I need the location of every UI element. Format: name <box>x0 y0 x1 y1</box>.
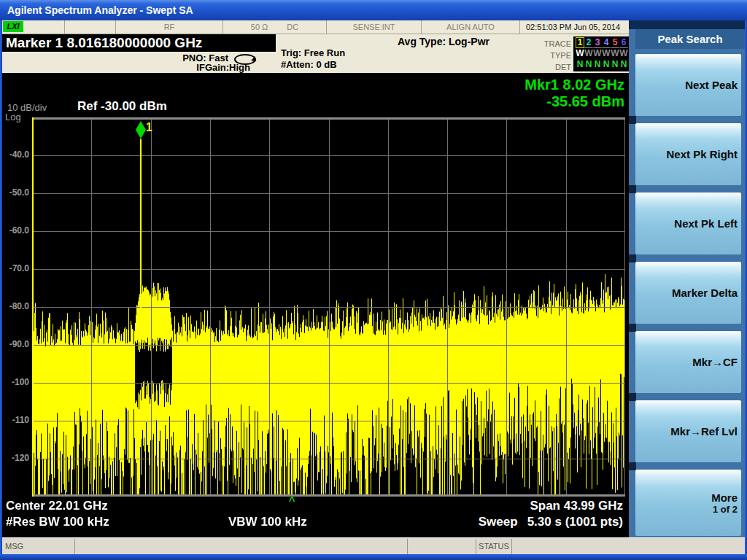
trace-detector: N <box>584 60 593 69</box>
softkey-menu-title: Peak Search <box>635 29 745 49</box>
y-axis-tick-label: -110 <box>2 415 29 425</box>
trace-type: W <box>584 49 593 58</box>
softkey-label: More <box>711 491 738 504</box>
y-axis-tick-label: -80.0 <box>2 301 29 311</box>
softkey-label: Mkr→Ref Lvl <box>670 425 738 438</box>
y-axis-tick-label: -60.0 <box>2 225 29 236</box>
avg-type: Avg Type: Log-Pwr <box>398 36 489 47</box>
status-cell-label: 50 Ω <box>251 21 268 34</box>
softkey-mkr-ref-lvl[interactable]: Mkr→Ref Lvl <box>635 400 741 462</box>
softkey-label: Next Pk Left <box>674 217 738 230</box>
marker-frequency-readout: Marker 1 8.016180000000 GHz <box>2 34 276 52</box>
window-border-bottom <box>0 554 747 560</box>
attenuation-setting: #Atten: 0 dB <box>281 59 337 70</box>
trace-detector: N <box>619 60 628 69</box>
softkey-panel: Peak Search Next PeakNext Pk RightNext P… <box>629 20 745 537</box>
span-label: Span 43.99 GHz <box>530 499 623 513</box>
analyzer-window: Agilent Spectrum Analyzer - Swept SA LXI… <box>0 0 747 560</box>
trace-detector: N <box>576 60 584 69</box>
window-title: Agilent Spectrum Analyzer - Swept SA <box>7 4 193 16</box>
trace-row-labels: TRACETYPEDET <box>513 38 571 73</box>
status-field: STATUS <box>476 539 512 554</box>
trigger-mode: Trig: Free Run <box>281 47 345 58</box>
ifgain-mode: IFGain:High <box>133 62 250 73</box>
trace-numbers-row: 123456 <box>573 37 630 48</box>
marker1-number-label: 1 <box>146 121 152 134</box>
window-border-left <box>0 20 2 554</box>
softkey-sub-label: 1 of 2 <box>713 504 738 515</box>
trace-detector: N <box>602 60 611 69</box>
softkey-next-peak[interactable]: Next Peak <box>635 54 741 116</box>
softkey-label: Marker Delta <box>672 287 738 299</box>
trace-number: 1 <box>576 37 584 48</box>
trace-detector: N <box>593 60 602 69</box>
msg-field: MSG <box>2 539 75 554</box>
y-axis-tick-label: -40.0 <box>2 149 29 160</box>
softkey-mkr-cf[interactable]: Mkr→CF <box>635 331 741 393</box>
status-cell: 02:51:03 PM Jun 05, 2014 <box>519 20 626 34</box>
message-bar: MSG STATUS <box>2 537 745 554</box>
trace-number: 3 <box>593 38 602 47</box>
status-cell: SENSE:INT <box>326 20 421 34</box>
trace-dets-row: NNNNNN <box>573 59 630 70</box>
trace-number: 6 <box>619 38 628 47</box>
y-axis-tick-label: -120 <box>2 453 29 463</box>
y-axis-tick-label: -70.0 <box>2 263 29 273</box>
trace-row-label: DET <box>513 61 571 73</box>
marker-freq-line: Mkr1 8.02 GHz <box>525 77 624 93</box>
marker-level-line: -35.65 dBm <box>525 93 624 110</box>
window-titlebar: Agilent Spectrum Analyzer - Swept SA <box>0 0 747 20</box>
status-cell: 50 ΩDC <box>222 20 326 34</box>
spectrum-display: 10 dB/div Log Ref -30.00 dBm Mkr1 8.02 G… <box>2 73 629 537</box>
trace-type: W <box>619 49 628 58</box>
softkey-panel-top <box>629 20 745 29</box>
trace-type: W <box>593 49 602 58</box>
res-bw-label: #Res BW 100 kHz <box>6 515 109 529</box>
trace-type: W <box>611 49 619 58</box>
softkey-label: Next Pk Right <box>666 148 738 160</box>
spectrum-plot-canvas <box>32 117 625 497</box>
y-axis-tick-label: -100 <box>2 377 29 387</box>
y-axis-tick-label: -50.0 <box>2 187 29 198</box>
lxi-badge: LXI <box>3 21 23 32</box>
status-cell: ALIGN AUTO <box>421 20 519 34</box>
sweep-word: Sweep <box>479 515 518 529</box>
trace-number: 2 <box>584 38 593 47</box>
measurement-bar: Marker 1 8.016180000000 GHz PNO: Fast IF… <box>2 34 629 73</box>
softkey-label: Next Peak <box>685 79 738 91</box>
softkey-next-pk-right[interactable]: Next Pk Right <box>635 123 741 185</box>
ref-level-label: Ref -30.00 dBm <box>77 99 167 114</box>
softkey-more[interactable]: More1 of 2 <box>635 470 741 536</box>
trace-row-label: TYPE <box>513 50 571 61</box>
trace-type: W <box>602 49 611 58</box>
softkey-label: Mkr→CF <box>692 356 738 368</box>
sweep-position-caret: ^ <box>287 494 297 507</box>
y-axis-tick-label: -90.0 <box>2 339 29 349</box>
softkey-next-pk-left[interactable]: Next Pk Left <box>635 192 741 254</box>
trace-status-box: 123456WWWWWWNNNNNN <box>573 36 630 71</box>
marker-amplitude-readout: Mkr1 8.02 GHz -35.65 dBm <box>525 77 624 110</box>
msgbar-divider <box>407 539 408 554</box>
softkey-marker-delta[interactable]: Marker Delta <box>635 262 741 324</box>
trace-types-row: WWWWWW <box>573 48 630 59</box>
status-cell-label: DC <box>287 21 298 34</box>
trace-number: 5 <box>611 38 619 47</box>
log-scale-label: Log <box>5 112 21 122</box>
status-cells: RF50 ΩDCSENSE:INTALIGN AUTO02:51:03 PM J… <box>64 20 626 34</box>
status-cell: RF <box>115 20 222 34</box>
trace-row-label: TRACE <box>513 38 571 50</box>
trace-number: 4 <box>602 38 611 47</box>
center-frequency-label: Center 22.01 GHz <box>6 499 108 513</box>
sweep-label: Sweep 5.30 s (1001 pts) <box>479 515 623 529</box>
status-cell <box>64 20 115 34</box>
marker1-diamond-icon <box>135 121 147 139</box>
vbw-label: VBW 100 kHz <box>228 515 307 529</box>
trace-detector: N <box>611 60 619 69</box>
instrument-status-bar: LXI RF50 ΩDCSENSE:INTALIGN AUTO02:51:03 … <box>2 20 629 34</box>
sweep-value: 5.30 s (1001 pts) <box>527 515 623 529</box>
trace-type: W <box>576 49 584 58</box>
